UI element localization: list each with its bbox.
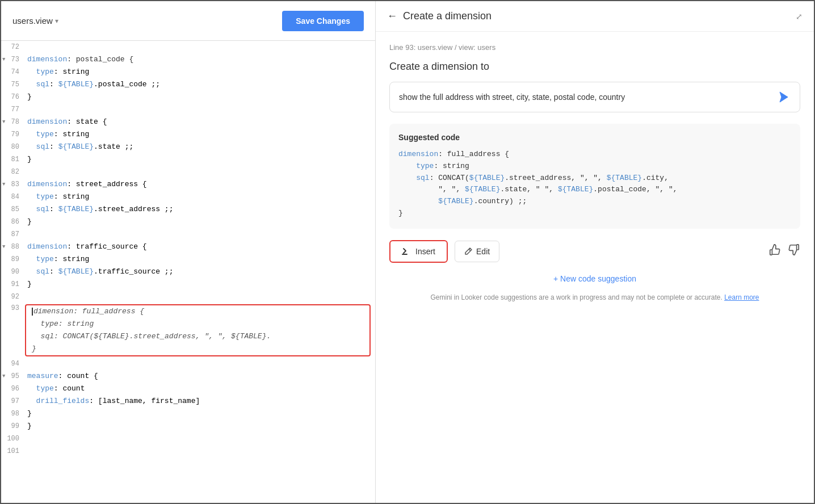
main-container: users.view ▾ Save Changes 72 ▼73 dimensi… xyxy=(1,1,814,503)
code-editor[interactable]: 72 ▼73 dimension: postal_code { 74 type:… xyxy=(1,41,375,503)
thumbs-down-button[interactable] xyxy=(788,243,800,259)
send-button[interactable] xyxy=(777,90,791,104)
learn-more-link[interactable]: Learn more xyxy=(724,293,759,301)
code-line: 87 xyxy=(1,228,375,241)
left-toolbar: users.view ▾ Save Changes xyxy=(1,1,375,41)
code-content: dimension: state { xyxy=(25,116,375,128)
code-line: 80 sql: ${TABLE}.state ;; xyxy=(1,141,375,153)
line-number: 99 xyxy=(1,420,25,432)
code-content: type: count xyxy=(25,383,375,395)
feedback-row xyxy=(768,243,800,259)
code-content: } xyxy=(25,278,375,291)
prompt-box: show the full address with street, city,… xyxy=(389,82,800,112)
back-button[interactable]: ← xyxy=(387,10,397,22)
disclaimer-text: Gemini in Looker code suggestions are a … xyxy=(389,292,800,303)
line-number: ▼73 xyxy=(1,53,25,66)
code-line: 97 drill_fields: [last_name, first_name] xyxy=(1,395,375,408)
code-content: type: string xyxy=(25,66,375,78)
code-line: ▼95 measure: count { xyxy=(1,370,375,383)
right-panel: ← Create a dimension ⤢ Line 93: users.vi… xyxy=(376,1,814,503)
code-line: 98 } xyxy=(1,408,375,420)
code-preview-line: ", ", ${TABLE}.state, " ", ${TABLE}.post… xyxy=(398,184,791,196)
line-number: 92 xyxy=(1,291,25,303)
line-number: 76 xyxy=(1,91,25,103)
thumbs-up-button[interactable] xyxy=(768,243,781,259)
line-number: 90 xyxy=(1,266,25,278)
code-content: drill_fields: [last_name, first_name] xyxy=(25,395,375,408)
file-dropdown-arrow[interactable]: ▾ xyxy=(55,17,58,25)
insert-button[interactable]: Insert xyxy=(389,240,448,263)
line-number: ▼88 xyxy=(1,241,25,253)
suggested-code-section: Suggested code dimension: full_address {… xyxy=(389,124,800,229)
line-number: 80 xyxy=(1,141,25,153)
line-number: 97 xyxy=(1,395,25,408)
code-content: dimension: full_address { xyxy=(30,305,366,318)
edit-icon xyxy=(464,247,473,255)
line-number: 82 xyxy=(1,166,25,178)
code-content: type: string xyxy=(25,191,375,203)
right-content: Line 93: users.view / view: users Create… xyxy=(376,32,814,503)
line-number: 101 xyxy=(1,445,25,457)
right-header-left: ← Create a dimension xyxy=(387,10,491,22)
code-line: ▼73 dimension: postal_code { xyxy=(1,53,375,66)
code-content: } xyxy=(25,216,375,228)
code-line: 100 xyxy=(1,432,375,445)
code-preview-line: dimension: full_address { xyxy=(398,149,791,161)
line-number: 74 xyxy=(1,66,25,78)
highlighted-code-block: dimension: full_address { type: string s… xyxy=(25,304,371,356)
line-number: 98 xyxy=(1,408,25,420)
code-line: 96 type: count xyxy=(1,383,375,395)
line-number: 77 xyxy=(1,103,25,116)
svg-line-3 xyxy=(469,249,470,251)
code-line: 91 } xyxy=(1,278,375,291)
code-content: sql: ${TABLE}.street_address ;; xyxy=(25,203,375,216)
code-content: sql: CONCAT(${TABLE}.street_address, ", … xyxy=(30,330,366,343)
code-line: ▼88 dimension: traffic_source { xyxy=(1,241,375,253)
create-dimension-label: Create a dimension to xyxy=(389,61,800,73)
save-button[interactable]: Save Changes xyxy=(282,11,364,31)
line-number: 86 xyxy=(1,216,25,228)
code-line-hl: dimension: full_address { xyxy=(26,305,369,318)
line-number: 72 xyxy=(1,41,25,53)
code-line: 75 sql: ${TABLE}.postal_code ;; xyxy=(1,78,375,91)
code-content: dimension: street_address { xyxy=(25,178,375,191)
code-line: 101 xyxy=(1,445,375,457)
code-line: 82 xyxy=(1,166,375,178)
code-content: } xyxy=(25,91,375,103)
code-content: } xyxy=(25,153,375,166)
thumbs-up-icon xyxy=(768,243,781,256)
code-content: } xyxy=(25,420,375,432)
line-number: 84 xyxy=(1,191,25,203)
code-content: sql: ${TABLE}.postal_code ;; xyxy=(25,78,375,91)
new-suggestion-link[interactable]: + New code suggestion xyxy=(389,274,800,283)
code-line: 72 xyxy=(1,41,375,53)
right-header: ← Create a dimension ⤢ xyxy=(376,1,814,32)
file-name: users.view xyxy=(12,16,53,26)
line-number: ▼95 xyxy=(1,370,25,383)
code-content: } xyxy=(30,343,366,355)
code-content: type: string xyxy=(25,128,375,141)
line-number: 100 xyxy=(1,432,25,445)
code-line-hl: type: string xyxy=(26,318,369,330)
code-line: 92 xyxy=(1,291,375,303)
edit-button[interactable]: Edit xyxy=(455,241,499,262)
code-line: 94 xyxy=(1,358,375,370)
line-number: 85 xyxy=(1,203,25,216)
code-line: 76 } xyxy=(1,91,375,103)
code-content: type: string xyxy=(30,318,366,330)
code-line: 99 } xyxy=(1,420,375,432)
line-number: 75 xyxy=(1,78,25,91)
panel-title: Create a dimension xyxy=(403,10,491,22)
code-line: 86 } xyxy=(1,216,375,228)
prompt-text[interactable]: show the full address with street, city,… xyxy=(399,93,777,102)
line-number: 79 xyxy=(1,128,25,141)
expand-icon[interactable]: ⤢ xyxy=(796,12,803,21)
code-content: type: string xyxy=(25,253,375,266)
code-line: ▼78 dimension: state { xyxy=(1,116,375,128)
line-number: 96 xyxy=(1,383,25,395)
line-number: 81 xyxy=(1,153,25,166)
left-panel: users.view ▾ Save Changes 72 ▼73 dimensi… xyxy=(1,1,376,503)
code-line: 79 type: string xyxy=(1,128,375,141)
send-icon xyxy=(777,90,791,104)
code-content: measure: count { xyxy=(25,370,375,383)
